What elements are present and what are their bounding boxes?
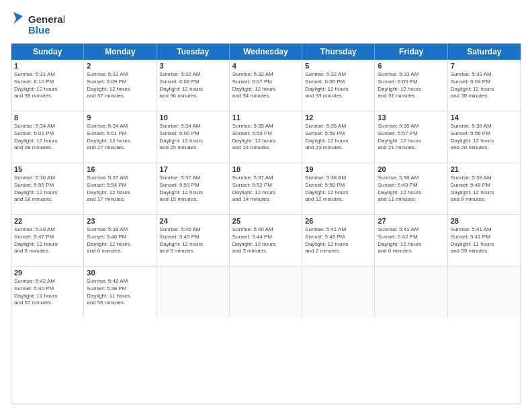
- day-cell-17: 17Sunrise: 5:37 AM Sunset: 5:53 PM Dayli…: [157, 163, 230, 214]
- day-cell-2: 2Sunrise: 5:31 AM Sunset: 6:09 PM Daylig…: [84, 60, 157, 111]
- day-number: 11: [232, 113, 299, 122]
- day-info: Sunrise: 5:37 AM Sunset: 5:53 PM Dayligh…: [160, 175, 226, 203]
- day-number: 7: [451, 62, 518, 70]
- day-info: Sunrise: 5:36 AM Sunset: 5:56 PM Dayligh…: [451, 123, 518, 152]
- day-number: 1: [14, 62, 81, 70]
- day-info: Sunrise: 5:32 AM Sunset: 6:08 PM Dayligh…: [160, 71, 226, 100]
- day-info: Sunrise: 5:33 AM Sunset: 6:05 PM Dayligh…: [378, 71, 444, 100]
- day-info: Sunrise: 5:38 AM Sunset: 5:49 PM Dayligh…: [378, 175, 444, 203]
- day-cell-empty: [157, 267, 230, 318]
- day-number: 21: [451, 165, 518, 173]
- day-cell-27: 27Sunrise: 5:41 AM Sunset: 5:42 PM Dayli…: [375, 215, 447, 266]
- day-cell-26: 26Sunrise: 5:41 AM Sunset: 5:43 PM Dayli…: [302, 215, 375, 266]
- day-number: 17: [160, 165, 226, 173]
- svg-text:General: General: [28, 13, 64, 25]
- day-cell-28: 28Sunrise: 5:41 AM Sunset: 5:41 PM Dayli…: [448, 215, 521, 266]
- day-info: Sunrise: 5:39 AM Sunset: 5:48 PM Dayligh…: [451, 175, 518, 203]
- calendar-week-5: 29Sunrise: 5:42 AM Sunset: 5:40 PM Dayli…: [11, 267, 521, 318]
- day-cell-24: 24Sunrise: 5:40 AM Sunset: 5:45 PM Dayli…: [157, 215, 230, 266]
- day-info: Sunrise: 5:32 AM Sunset: 6:06 PM Dayligh…: [305, 71, 371, 100]
- day-info: Sunrise: 5:42 AM Sunset: 5:40 PM Dayligh…: [14, 278, 81, 307]
- day-number: 22: [14, 217, 81, 225]
- day-number: 19: [305, 165, 371, 173]
- svg-marker-0: [13, 12, 23, 24]
- day-number: 8: [14, 113, 81, 122]
- day-number: 2: [87, 62, 153, 70]
- day-cell-21: 21Sunrise: 5:39 AM Sunset: 5:48 PM Dayli…: [448, 163, 521, 214]
- day-cell-19: 19Sunrise: 5:38 AM Sunset: 5:50 PM Dayli…: [302, 163, 375, 214]
- day-number: 27: [378, 217, 444, 225]
- day-cell-22: 22Sunrise: 5:39 AM Sunset: 5:47 PM Dayli…: [11, 215, 84, 266]
- day-cell-3: 3Sunrise: 5:32 AM Sunset: 6:08 PM Daylig…: [157, 60, 230, 111]
- calendar: SundayMondayTuesdayWednesdayThursdayFrid…: [11, 43, 521, 404]
- day-number: 24: [160, 217, 226, 225]
- day-cell-25: 25Sunrise: 5:40 AM Sunset: 5:44 PM Dayli…: [230, 215, 302, 266]
- day-number: 5: [305, 62, 371, 70]
- day-cell-empty: [448, 267, 521, 318]
- day-cell-30: 30Sunrise: 5:42 AM Sunset: 5:38 PM Dayli…: [84, 267, 157, 318]
- calendar-week-2: 8Sunrise: 5:34 AM Sunset: 6:02 PM Daylig…: [11, 111, 521, 163]
- day-cell-empty: [375, 267, 447, 318]
- logo-svg: GeneralBlue: [11, 11, 64, 38]
- day-number: 20: [378, 165, 444, 173]
- day-cell-4: 4Sunrise: 5:32 AM Sunset: 6:07 PM Daylig…: [230, 60, 302, 111]
- day-info: Sunrise: 5:34 AM Sunset: 6:00 PM Dayligh…: [160, 123, 226, 152]
- day-cell-23: 23Sunrise: 5:39 AM Sunset: 5:46 PM Dayli…: [84, 215, 157, 266]
- calendar-week-3: 15Sunrise: 5:36 AM Sunset: 5:55 PM Dayli…: [11, 163, 521, 215]
- day-cell-6: 6Sunrise: 5:33 AM Sunset: 6:05 PM Daylig…: [375, 60, 447, 111]
- day-cell-5: 5Sunrise: 5:32 AM Sunset: 6:06 PM Daylig…: [302, 60, 375, 111]
- day-header-monday: Monday: [84, 44, 157, 60]
- day-number: 6: [378, 62, 444, 70]
- day-info: Sunrise: 5:32 AM Sunset: 6:07 PM Dayligh…: [232, 71, 299, 100]
- calendar-header: SundayMondayTuesdayWednesdayThursdayFrid…: [11, 44, 521, 60]
- calendar-week-4: 22Sunrise: 5:39 AM Sunset: 5:47 PM Dayli…: [11, 215, 521, 267]
- day-cell-empty: [230, 267, 302, 318]
- day-number: 18: [232, 165, 299, 173]
- day-number: 4: [232, 62, 299, 70]
- day-cell-9: 9Sunrise: 5:34 AM Sunset: 6:01 PM Daylig…: [84, 111, 157, 163]
- day-number: 15: [14, 165, 81, 173]
- day-number: 29: [14, 269, 81, 277]
- day-info: Sunrise: 5:35 AM Sunset: 5:59 PM Dayligh…: [232, 123, 299, 152]
- calendar-body: 1Sunrise: 5:31 AM Sunset: 6:10 PM Daylig…: [11, 60, 521, 318]
- day-cell-15: 15Sunrise: 5:36 AM Sunset: 5:55 PM Dayli…: [11, 163, 84, 214]
- day-info: Sunrise: 5:40 AM Sunset: 5:45 PM Dayligh…: [160, 226, 226, 255]
- day-number: 12: [305, 113, 371, 122]
- logo: GeneralBlue: [11, 11, 64, 38]
- day-cell-1: 1Sunrise: 5:31 AM Sunset: 6:10 PM Daylig…: [11, 60, 84, 111]
- day-cell-12: 12Sunrise: 5:35 AM Sunset: 5:58 PM Dayli…: [302, 111, 375, 163]
- day-header-thursday: Thursday: [302, 44, 375, 60]
- day-number: 28: [451, 217, 518, 225]
- day-number: 13: [378, 113, 444, 122]
- day-cell-empty: [302, 267, 375, 318]
- day-info: Sunrise: 5:33 AM Sunset: 6:04 PM Dayligh…: [451, 71, 518, 100]
- day-info: Sunrise: 5:34 AM Sunset: 6:02 PM Dayligh…: [14, 123, 81, 152]
- calendar-week-1: 1Sunrise: 5:31 AM Sunset: 6:10 PM Daylig…: [11, 60, 521, 111]
- day-number: 3: [160, 62, 226, 70]
- day-number: 16: [87, 165, 153, 173]
- day-cell-16: 16Sunrise: 5:37 AM Sunset: 5:54 PM Dayli…: [84, 163, 157, 214]
- day-number: 25: [232, 217, 299, 225]
- day-info: Sunrise: 5:37 AM Sunset: 5:52 PM Dayligh…: [232, 175, 299, 203]
- page-header: GeneralBlue: [11, 11, 521, 38]
- day-header-friday: Friday: [375, 44, 447, 60]
- day-cell-10: 10Sunrise: 5:34 AM Sunset: 6:00 PM Dayli…: [157, 111, 230, 163]
- day-cell-29: 29Sunrise: 5:42 AM Sunset: 5:40 PM Dayli…: [11, 267, 84, 318]
- day-header-sunday: Sunday: [11, 44, 84, 60]
- day-info: Sunrise: 5:41 AM Sunset: 5:41 PM Dayligh…: [451, 226, 518, 255]
- day-cell-11: 11Sunrise: 5:35 AM Sunset: 5:59 PM Dayli…: [230, 111, 302, 163]
- day-number: 9: [87, 113, 153, 122]
- day-info: Sunrise: 5:42 AM Sunset: 5:38 PM Dayligh…: [87, 278, 153, 307]
- day-cell-7: 7Sunrise: 5:33 AM Sunset: 6:04 PM Daylig…: [448, 60, 521, 111]
- day-cell-8: 8Sunrise: 5:34 AM Sunset: 6:02 PM Daylig…: [11, 111, 84, 163]
- day-number: 23: [87, 217, 153, 225]
- day-header-wednesday: Wednesday: [230, 44, 302, 60]
- day-info: Sunrise: 5:31 AM Sunset: 6:09 PM Dayligh…: [87, 71, 153, 100]
- day-info: Sunrise: 5:35 AM Sunset: 5:57 PM Dayligh…: [378, 123, 444, 152]
- day-cell-13: 13Sunrise: 5:35 AM Sunset: 5:57 PM Dayli…: [375, 111, 447, 163]
- day-cell-20: 20Sunrise: 5:38 AM Sunset: 5:49 PM Dayli…: [375, 163, 447, 214]
- day-info: Sunrise: 5:34 AM Sunset: 6:01 PM Dayligh…: [87, 123, 153, 152]
- day-info: Sunrise: 5:38 AM Sunset: 5:50 PM Dayligh…: [305, 175, 371, 203]
- day-info: Sunrise: 5:39 AM Sunset: 5:47 PM Dayligh…: [14, 226, 81, 255]
- day-number: 26: [305, 217, 371, 225]
